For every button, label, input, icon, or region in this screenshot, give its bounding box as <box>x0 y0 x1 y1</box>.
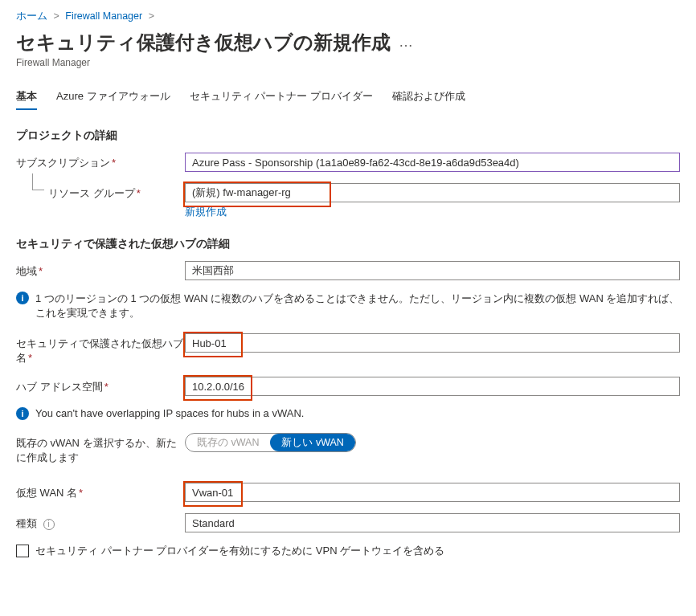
label-vwan-selection: 既存の vWAN を選択するか、新たに作成します <box>16 433 185 465</box>
create-new-link[interactable]: 新規作成 <box>185 206 680 219</box>
page-subtitle: Firewall Manager <box>16 57 680 68</box>
vwan-existing-option[interactable]: 既存の vWAN <box>186 434 270 451</box>
label-hub-name: セキュリティで保護された仮想ハブ名* <box>16 333 185 365</box>
resource-group-select[interactable] <box>185 183 680 202</box>
label-type: 種類 i <box>16 513 185 531</box>
type-select[interactable] <box>185 513 680 532</box>
tab-azure-firewall[interactable]: Azure ファイアウォール <box>56 89 170 110</box>
label-vwan-name: 仮想 WAN 名* <box>16 483 185 500</box>
vpn-gateway-checkbox[interactable] <box>16 545 29 557</box>
breadcrumb-home[interactable]: ホーム <box>16 10 47 22</box>
info-icon: i <box>16 292 29 304</box>
label-resource-group: リソース グループ* <box>16 183 185 201</box>
subscription-select[interactable] <box>185 153 680 172</box>
vwan-toggle: 既存の vWAN 新しい vWAN <box>185 433 356 452</box>
info-icon[interactable]: i <box>43 519 55 530</box>
chevron-right-icon: > <box>149 10 154 22</box>
hub-name-input[interactable] <box>185 333 680 353</box>
hub-address-input[interactable] <box>185 377 680 396</box>
tab-security-partner[interactable]: セキュリティ パートナー プロバイダー <box>190 89 373 110</box>
label-subscription: サブスクリプション* <box>16 153 185 170</box>
region-info-text: 1 つのリージョンの 1 つの仮想 WAN に複数のハブを含めることはできません… <box>35 292 680 320</box>
vwan-new-option[interactable]: 新しい vWAN <box>270 434 354 451</box>
vpn-gateway-label: セキュリティ パートナー プロバイダーを有効にするために VPN ゲートウェイを… <box>35 544 444 558</box>
region-select[interactable] <box>185 261 680 280</box>
chevron-right-icon: > <box>53 10 59 22</box>
tab-review-create[interactable]: 確認および作成 <box>392 89 465 110</box>
page-title: セキュリティ保護付き仮想ハブの新規作成 <box>16 30 391 55</box>
ip-space-info-text: You can't have overlapping IP spaces for… <box>35 407 304 419</box>
section-project-details: プロジェクトの詳細 <box>16 129 680 143</box>
vwan-name-input[interactable] <box>185 483 680 502</box>
label-region: 地域* <box>16 261 185 279</box>
tabs: 基本 Azure ファイアウォール セキュリティ パートナー プロバイダー 確認… <box>16 89 680 111</box>
section-hub-details: セキュリティで保護された仮想ハブの詳細 <box>16 237 680 251</box>
breadcrumb: ホーム > Firewall Manager > <box>16 10 680 23</box>
more-icon[interactable]: … <box>399 34 415 51</box>
tab-basic[interactable]: 基本 <box>16 89 37 110</box>
label-hub-address-space: ハブ アドレス空間* <box>16 377 185 394</box>
info-icon: i <box>16 407 29 420</box>
breadcrumb-firewall-manager[interactable]: Firewall Manager <box>65 10 142 22</box>
